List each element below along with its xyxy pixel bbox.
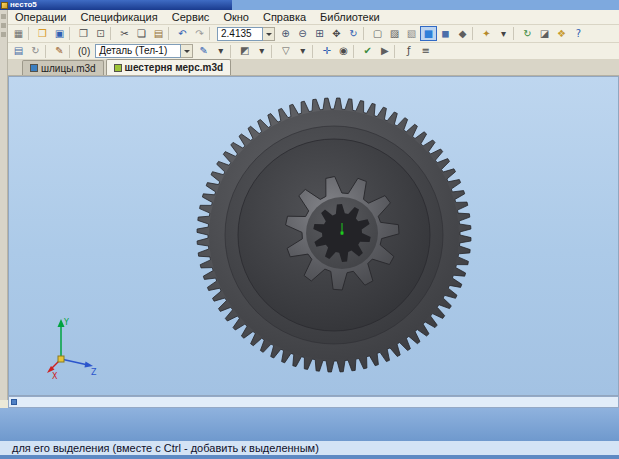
- edge-style-icon[interactable]: ◩: [236, 44, 253, 59]
- hidden-lines-icon[interactable]: ▨: [386, 26, 403, 41]
- model-viewport[interactable]: Y X Z: [8, 76, 619, 396]
- toolbar-icon: ✔: [364, 46, 372, 56]
- part-selector-value[interactable]: Деталь (Тел-1): [95, 44, 181, 58]
- toolbar-icon: ?: [576, 29, 581, 39]
- orientation-icon[interactable]: ✦: [478, 26, 495, 41]
- toolbar-separator: [28, 27, 33, 40]
- filter-dropdown-icon[interactable]: ▾: [294, 44, 311, 59]
- toolbar-icon: ✛: [323, 46, 331, 56]
- toolbar-icon: ✂: [120, 29, 128, 39]
- toolbar-icon: ↷: [195, 29, 203, 39]
- zoom-in-icon[interactable]: ⊕: [277, 26, 294, 41]
- color-dropdown-icon[interactable]: ▾: [212, 44, 229, 59]
- rotate-icon[interactable]: ↻: [345, 26, 362, 41]
- open-icon[interactable]: ❒: [34, 26, 51, 41]
- tab-shesternya-mers[interactable]: шестерня мерс.m3d: [106, 59, 232, 75]
- axis-z-label: Z: [91, 368, 97, 377]
- toolbar-icon: ❐: [79, 29, 88, 39]
- document-icon: [30, 64, 38, 72]
- toolbar-icon: ❖: [557, 29, 566, 39]
- zoom-value-field[interactable]: 2.4135: [217, 27, 263, 41]
- undo-icon[interactable]: ↶: [174, 26, 191, 41]
- copy-icon[interactable]: ❏: [133, 26, 150, 41]
- zoom-dropdown-icon[interactable]: [263, 27, 275, 41]
- toolbar-icon: ▧: [407, 29, 416, 39]
- tab-shlitsy[interactable]: шлицы.m3d: [22, 60, 104, 75]
- zoom-out-icon[interactable]: ⊖: [294, 26, 311, 41]
- zoom-area-icon[interactable]: ⊞: [311, 26, 328, 41]
- shaded-icon[interactable]: ■: [420, 26, 437, 41]
- zoom-combo[interactable]: 2.4135: [217, 27, 275, 41]
- pan-icon[interactable]: ✥: [328, 26, 345, 41]
- variables-icon[interactable]: ≡: [417, 44, 434, 59]
- sketch-icon[interactable]: ✎: [51, 44, 68, 59]
- current-state-toolbar: ▤↻✎ (0) Деталь (Тел-1) ✎▾◩▾▽▾✛◉✔▶ƒ≡: [8, 43, 619, 60]
- menu-libraries[interactable]: Библиотеки: [313, 11, 387, 24]
- measure-icon[interactable]: ✛: [318, 44, 335, 59]
- shaded-edges-icon[interactable]: ◼: [437, 26, 454, 41]
- help-icon[interactable]: ?: [570, 26, 587, 41]
- tab-label: шлицы.m3d: [41, 63, 96, 74]
- toolbar-icon: ✎: [200, 46, 208, 56]
- preview-icon[interactable]: ⊡: [92, 26, 109, 41]
- left-toolbar-fragment: [0, 10, 8, 400]
- perspective-icon[interactable]: ◆: [454, 26, 471, 41]
- toolbar-separator: [45, 45, 50, 58]
- wireframe-icon[interactable]: ▢: [369, 26, 386, 41]
- paste-icon[interactable]: ▤: [150, 26, 167, 41]
- toolbar-icon: ƒ: [407, 46, 411, 56]
- part-selector-dropdown-icon[interactable]: [181, 44, 193, 58]
- rebuild-icon[interactable]: ↻: [27, 44, 44, 59]
- property-bar-area: [0, 408, 619, 441]
- toolbar-separator: [168, 27, 173, 40]
- toolbar-icon: ❒: [38, 29, 47, 39]
- toolbar-separator: [472, 27, 477, 40]
- print-icon[interactable]: ❐: [75, 26, 92, 41]
- cut-icon[interactable]: ✂: [116, 26, 133, 41]
- document-tabs: шлицы.m3d шестерня мерс.m3d: [8, 60, 619, 76]
- commands-grid-icon[interactable]: ▦: [10, 26, 27, 41]
- save-icon[interactable]: ▣: [51, 26, 68, 41]
- menu-operations[interactable]: Операции: [8, 11, 73, 24]
- toolbar-separator: [513, 27, 518, 40]
- toolbar-icon: ✎: [55, 46, 63, 56]
- refresh-icon[interactable]: ↻: [519, 26, 536, 41]
- toolbar-separator: [394, 45, 399, 58]
- menu-item-label: Сервис: [172, 11, 210, 23]
- panel-grip-icon[interactable]: [11, 399, 17, 405]
- check-icon[interactable]: ✔: [359, 44, 376, 59]
- edge-style-dropdown-icon[interactable]: ▾: [253, 44, 270, 59]
- toolbar-separator: [353, 45, 358, 58]
- part-selector-combo[interactable]: Деталь (Тел-1): [95, 44, 193, 58]
- library-icon[interactable]: ❖: [553, 26, 570, 41]
- coordinate-axes: Y X Z: [45, 317, 101, 381]
- orientation-dropdown-icon[interactable]: ▾: [495, 26, 512, 41]
- model-tree-icon[interactable]: ▤: [10, 44, 27, 59]
- filter-icon[interactable]: ▽: [277, 44, 294, 59]
- document-icon: [114, 64, 122, 72]
- toolbar-icon: ⊖: [298, 29, 306, 39]
- menu-window[interactable]: Окно: [216, 11, 256, 24]
- toolbar-icon: ✥: [332, 29, 340, 39]
- toolbar-icon: ↻: [523, 29, 531, 39]
- menu-specification[interactable]: Спецификация: [73, 11, 164, 24]
- hidden-lines-thin-icon[interactable]: ▧: [403, 26, 420, 41]
- toolbar-icon: ≡: [422, 46, 430, 56]
- shading-brush-icon[interactable]: ✎: [195, 44, 212, 59]
- macros-icon[interactable]: ▶: [376, 44, 393, 59]
- section-icon[interactable]: ◪: [536, 26, 553, 41]
- toolbar-separator: [230, 45, 235, 58]
- toolbar-separator: [110, 27, 115, 40]
- toolbar-separator: [209, 27, 214, 40]
- mass-properties-icon[interactable]: ◉: [335, 44, 352, 59]
- redo-icon[interactable]: ↷: [191, 26, 208, 41]
- window-bottom-edge: [0, 455, 619, 459]
- main-toolbar: ▦❒▣❐⊡✂❏▤↶↷ 2.4135 ⊕⊖⊞✥↻▢▨▧■◼◆✦▾↻◪❖?: [8, 25, 619, 43]
- menu-help[interactable]: Справка: [256, 11, 313, 24]
- parameters-icon[interactable]: ƒ: [400, 44, 417, 59]
- toolbar-icon: ⊕: [281, 29, 289, 39]
- status-hint: для его выделения (вместе с Ctrl - добав…: [12, 442, 319, 454]
- toolbar-icon: ▶: [381, 46, 389, 56]
- toolbar-icon: ▽: [282, 46, 290, 56]
- menu-service[interactable]: Сервис: [165, 11, 217, 24]
